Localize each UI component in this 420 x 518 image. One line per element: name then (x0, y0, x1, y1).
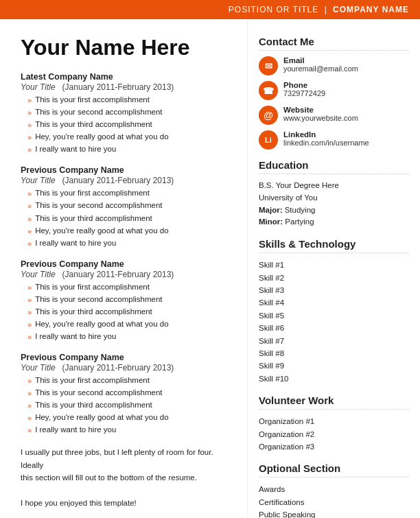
minor-line: Minor: Partying (259, 216, 409, 228)
list-item: This is your second accomplishment (27, 200, 233, 212)
name-heading: Your Name Here (21, 36, 233, 60)
right-column: Contact Me ✉ Email youremail@email.com ☎… (247, 19, 420, 518)
education-section-title: Education (259, 159, 409, 171)
accomplishments-list-4: This is your first accomplishment This i… (21, 375, 233, 436)
list-item: This is your second accomplishment (27, 106, 233, 119)
footer-line-4: I hope you enjoyed this template! (21, 497, 233, 509)
job-title-line-3: Your Title (January 2011-February 2013) (21, 270, 233, 279)
minor-label: Minor: (259, 217, 283, 226)
linkedin-label: LinkedIn (283, 130, 369, 139)
list-item: I really want to hire you (27, 424, 233, 436)
email-label: Email (283, 56, 358, 64)
job-dates-4: (January 2011-February 2013) (62, 363, 174, 373)
contact-section-title: Contact Me (259, 36, 409, 47)
list-item: I really want to hire you (27, 331, 233, 343)
phone-icon: ☎ (259, 81, 278, 100)
list-item: Skill #1 (259, 259, 409, 271)
company-label: COMPANY NAME (333, 5, 409, 14)
footer-text: I usually put three jobs, but I left ple… (21, 446, 233, 509)
left-column: Your Name Here Latest Company Name Your … (0, 19, 247, 518)
list-item: Public Speaking (259, 508, 409, 518)
list-item: I really want to hire you (27, 143, 233, 156)
company-name-2: Previous Company Name (21, 165, 233, 175)
job-block-1: Latest Company Name Your Title (January … (21, 72, 233, 156)
list-item: Skill #7 (259, 335, 409, 347)
accent-box (0, 0, 26, 19)
list-item: Organization #3 (259, 440, 409, 453)
contact-email: ✉ Email youremail@email.com (259, 56, 409, 75)
list-item: Hey, you're really good at what you do (27, 318, 233, 331)
list-item: Hey, you're really good at what you do (27, 225, 233, 237)
footer-line-1: I usually put three jobs, but I left ple… (21, 446, 233, 471)
phone-value: 7329772429 (283, 89, 325, 97)
contact-website: @ Website www.yourwebsite.com (259, 106, 409, 125)
website-label: Website (283, 106, 358, 114)
major-value: Studying (285, 206, 316, 214)
list-item: Skill #4 (259, 296, 409, 309)
list-item: I really want to hire you (27, 237, 233, 250)
optional-list: Awards Certifications Public Speaking Hi… (259, 483, 409, 518)
job-title-3: Your Title (21, 270, 56, 279)
major-label: Major: (259, 206, 283, 214)
phone-label: Phone (283, 81, 325, 89)
job-block-3: Previous Company Name Your Title (Januar… (21, 259, 233, 343)
list-item: This is your first accomplishment (27, 375, 233, 387)
list-item: This is your second accomplishment (27, 387, 233, 399)
list-item: Skill #3 (259, 284, 409, 296)
accomplishments-list-3: This is your first accomplishment This i… (21, 281, 233, 343)
education-divider (259, 174, 409, 174)
volunteer-divider (259, 409, 409, 410)
website-icon: @ (259, 106, 278, 125)
position-label: POSITION OR TITLE (229, 5, 318, 14)
company-name-1: Latest Company Name (21, 72, 233, 82)
volunteer-section-title: Volunteer Work (259, 395, 409, 406)
email-icon: ✉ (259, 56, 278, 75)
list-item: Hey, you're really good at what you do (27, 412, 233, 424)
education-section: Education B.S. Your Degree Here Universi… (259, 159, 409, 228)
list-item: Skill #9 (259, 360, 409, 372)
education-block: B.S. Your Degree Here University of You … (259, 180, 409, 228)
job-block-4: Previous Company Name Your Title (Januar… (21, 353, 233, 436)
contact-section: Contact Me ✉ Email youremail@email.com ☎… (259, 36, 409, 150)
volunteer-list: Organization #1 Organization #2 Organiza… (259, 415, 409, 453)
company-name-4: Previous Company Name (21, 353, 233, 362)
job-dates-3: (January 2011-February 2013) (62, 270, 174, 279)
job-title-line-4: Your Title (January 2011-February 2013) (21, 363, 233, 373)
website-value: www.yourwebsite.com (283, 114, 358, 122)
company-name-3: Previous Company Name (21, 259, 233, 269)
linkedin-icon: Li (259, 130, 278, 150)
job-title-4: Your Title (21, 363, 56, 373)
contact-linkedin: Li LinkedIn linkedin.com/in/username (259, 130, 409, 150)
email-value: youremail@email.com (283, 64, 358, 73)
list-item: Skill #6 (259, 322, 409, 334)
list-item: This is your third accomplishment (27, 399, 233, 412)
optional-divider (259, 477, 409, 478)
list-item: Organization #1 (259, 415, 409, 427)
accomplishments-list-2: This is your first accomplishment This i… (21, 187, 233, 249)
header-bar: POSITION OR TITLE | COMPANY NAME (0, 0, 420, 19)
optional-section: Optional Section Awards Certifications P… (259, 462, 409, 518)
linkedin-value: linkedin.com/in/username (283, 139, 369, 147)
list-item: This is your first accomplishment (27, 281, 233, 294)
university: University of You (259, 192, 409, 204)
header-pipe: | (325, 5, 327, 14)
list-item: Organization #2 (259, 428, 409, 440)
degree: B.S. Your Degree Here (259, 180, 409, 192)
job-dates-1: (January 2011-February 2013) (62, 82, 174, 92)
accomplishments-list-1: This is your first accomplishment This i… (21, 94, 233, 156)
job-dates-2: (January 2011-February 2013) (62, 176, 174, 185)
major-line: Major: Studying (259, 204, 409, 217)
list-item: Skill #10 (259, 373, 409, 385)
job-title-1: Your Title (21, 82, 56, 92)
list-item: This is your first accomplishment (27, 187, 233, 200)
main-layout: Your Name Here Latest Company Name Your … (0, 19, 420, 518)
job-title-line-2: Your Title (January 2011-February 2013) (21, 176, 233, 185)
list-item: Skill #5 (259, 309, 409, 322)
list-item: Skill #2 (259, 272, 409, 284)
header-title: POSITION OR TITLE | COMPANY NAME (229, 5, 409, 14)
volunteer-section: Volunteer Work Organization #1 Organizat… (259, 395, 409, 453)
list-item: Certifications (259, 496, 409, 508)
minor-value: Partying (285, 217, 314, 226)
list-item: This is your third accomplishment (27, 213, 233, 225)
list-item: This is your second accomplishment (27, 294, 233, 306)
